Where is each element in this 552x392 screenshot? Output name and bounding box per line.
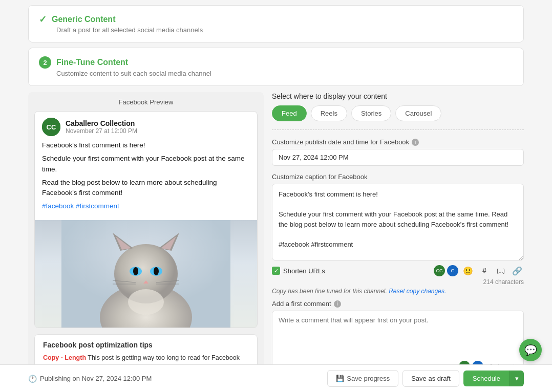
- tab-stories[interactable]: Stories: [351, 105, 391, 121]
- caption-box: Facebook's first comment is here! Schedu…: [272, 184, 524, 286]
- caption-label: Customize caption for Facebook: [272, 173, 524, 181]
- schedule-btn-group: Schedule ▾: [463, 371, 524, 386]
- char-count: 214 characters: [272, 278, 524, 286]
- date-input[interactable]: [272, 149, 524, 166]
- avatar-sm-2: G: [447, 265, 458, 276]
- caption-icons: CC G 🙂 # {...} 🔗: [434, 264, 524, 277]
- bottom-bar: 🕐 Publishing on Nov 27, 2024 12:00 PM 💾 …: [0, 364, 552, 392]
- emoji-icon[interactable]: 🙂: [461, 264, 475, 277]
- shorten-urls-checkbox[interactable]: ✓: [272, 267, 280, 275]
- display-label: Select where to display your content: [272, 92, 524, 100]
- schedule-dropdown-button[interactable]: ▾: [509, 371, 524, 386]
- schedule-button[interactable]: Schedule: [463, 371, 509, 386]
- code-icon[interactable]: {...}: [494, 264, 507, 277]
- fb-body-line1: Schedule your first comment with your Fa…: [42, 154, 250, 175]
- svg-point-18: [128, 289, 164, 315]
- svg-point-10: [133, 267, 138, 275]
- caption-footer: ✓ Shorten URLs CC G 🙂 # {...} 🔗: [272, 264, 524, 277]
- tip-1-label: Copy - Length: [43, 354, 86, 361]
- fb-first-comment: Facebook's first comment is here!: [42, 140, 250, 150]
- fb-post-time: November 27 at 12:00 PM: [66, 127, 137, 135]
- fine-tune-note: Copy has been fine tuned for this channe…: [272, 288, 524, 295]
- save-icon: 💾: [336, 375, 344, 382]
- right-panel: Select where to display your content Fee…: [272, 92, 524, 392]
- fb-page-name: Caballero Collection: [66, 119, 137, 127]
- fb-body-line2: Read the blog post below to learn more a…: [42, 178, 250, 199]
- date-label: Customize publish date and time for Face…: [272, 138, 524, 146]
- shorten-urls-label: Shorten URLs: [283, 267, 325, 275]
- step-2-card: 2 Fine-Tune Content Customize content to…: [28, 48, 524, 86]
- comment-textarea[interactable]: [272, 311, 523, 357]
- comment-box: CC G 0 characters: [272, 311, 524, 373]
- fb-avatar: CC: [42, 118, 60, 136]
- hashtag-icon[interactable]: #: [478, 264, 491, 277]
- publishing-info: 🕐 Publishing on Nov 27, 2024 12:00 PM: [28, 375, 152, 383]
- svg-point-12: [154, 267, 159, 275]
- comment-info-icon[interactable]: i: [334, 300, 341, 308]
- bottom-actions: 💾 Save progress Save as draft Schedule ▾: [327, 370, 524, 387]
- fb-hashtags: #facebook #firstcomment: [42, 201, 250, 211]
- first-comment-label: Add a first comment i: [272, 300, 524, 308]
- step-1-header: ✓ Generic Content: [39, 14, 513, 25]
- save-progress-button[interactable]: 💾 Save progress: [327, 370, 398, 387]
- left-panel: Facebook Preview CC Caballero Collection…: [28, 92, 264, 392]
- preview-label: Facebook Preview: [34, 98, 258, 106]
- date-info-icon[interactable]: i: [412, 139, 419, 146]
- cat-figure: [35, 220, 257, 328]
- opt-tips-title: Facebook post optimization tips: [43, 341, 249, 349]
- divider: [272, 129, 524, 130]
- tab-feed[interactable]: Feed: [272, 105, 307, 121]
- facebook-post-card: CC Caballero Collection November 27 at 1…: [34, 111, 258, 328]
- fb-post-body: Facebook's first comment is here! Schedu…: [35, 140, 257, 220]
- step-2-number: 2: [39, 56, 51, 69]
- clock-icon: 🕐: [28, 375, 37, 383]
- reset-link[interactable]: Reset copy changes.: [389, 288, 446, 295]
- fb-post-header: CC Caballero Collection November 27 at 1…: [35, 112, 257, 140]
- shorten-urls-row: ✓ Shorten URLs: [272, 267, 325, 275]
- page-wrapper: ✓ Generic Content Draft a post for all s…: [0, 5, 552, 392]
- chat-bubble[interactable]: 💬: [519, 339, 542, 361]
- main-content: Facebook Preview CC Caballero Collection…: [28, 92, 524, 392]
- step-1-card: ✓ Generic Content Draft a post for all s…: [28, 5, 524, 42]
- avatar-sm-1: CC: [434, 265, 445, 276]
- tab-bar: Feed Reels Stories Carousel: [272, 105, 524, 121]
- chat-icon: 💬: [524, 344, 537, 356]
- publishing-text: Publishing on Nov 27, 2024 12:00 PM: [40, 375, 152, 382]
- step-2-subtitle: Customize content to suit each social me…: [56, 70, 513, 77]
- svg-text:CC: CC: [47, 123, 56, 131]
- save-draft-button[interactable]: Save as draft: [402, 370, 459, 387]
- tab-carousel[interactable]: Carousel: [395, 105, 441, 121]
- fb-post-image: [35, 220, 257, 328]
- step-2-header: 2 Fine-Tune Content: [39, 56, 513, 69]
- step-1-title: Generic Content: [52, 15, 115, 24]
- tab-reels[interactable]: Reels: [311, 105, 347, 121]
- link-icon[interactable]: 🔗: [511, 264, 524, 277]
- step-1-subtitle: Draft a post for all selected social med…: [56, 26, 513, 34]
- step-2-title: Fine-Tune Content: [56, 58, 128, 67]
- caption-textarea[interactable]: Facebook's first comment is here! Schedu…: [272, 184, 524, 260]
- step-1-check-icon: ✓: [39, 14, 47, 25]
- caption-avatar-icons: CC G: [434, 265, 458, 276]
